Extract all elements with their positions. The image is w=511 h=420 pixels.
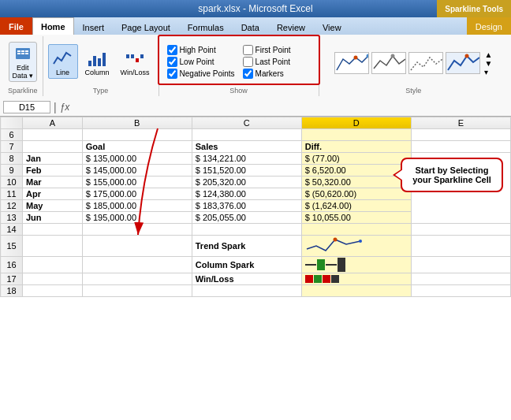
cell-a14[interactable]	[23, 224, 83, 236]
table-row: 17 Win/Loss	[1, 273, 511, 285]
cell-d18[interactable]	[301, 285, 411, 297]
tab-view[interactable]: View	[314, 19, 350, 35]
tab-home[interactable]: Home	[32, 17, 74, 35]
cell-a16[interactable]	[23, 257, 83, 273]
cell-a15[interactable]	[23, 236, 83, 257]
edit-data-button[interactable]: Edit Data ▾	[9, 42, 38, 82]
cell-b14[interactable]	[82, 224, 192, 236]
cell-e18[interactable]	[411, 285, 510, 297]
win-loss-button[interactable]: Win/Loss	[117, 44, 154, 79]
last-point-label[interactable]: Last Point	[243, 57, 311, 67]
cell-e6[interactable]	[411, 129, 510, 141]
line-button[interactable]: Line	[48, 44, 78, 79]
svg-rect-4	[21, 53, 24, 54]
tab-formulas[interactable]: Formulas	[179, 19, 233, 35]
markers-checkbox[interactable]	[243, 69, 253, 79]
first-point-label[interactable]: First Point	[243, 45, 311, 55]
cell-b13[interactable]: $ 195,000.00	[82, 212, 192, 224]
cell-d13[interactable]: $ 10,055.00	[301, 212, 411, 224]
cell-c18[interactable]	[192, 285, 301, 297]
formula-input[interactable]	[76, 102, 508, 112]
cell-d12[interactable]: $ (1,624.00)	[301, 200, 411, 212]
low-point-checkbox[interactable]	[167, 57, 177, 67]
low-point-label[interactable]: Low Point	[167, 57, 235, 67]
cell-a6[interactable]	[23, 129, 83, 141]
cell-b9[interactable]: $ 145,000.00	[82, 165, 192, 177]
cell-a9[interactable]: Feb	[23, 165, 83, 177]
cell-d8[interactable]: $ (77.00)	[301, 153, 411, 165]
cell-c14[interactable]	[192, 224, 301, 236]
cell-c15[interactable]: Trend Spark	[192, 236, 301, 257]
cell-b18[interactable]	[82, 285, 192, 297]
style-preview-4[interactable]	[446, 52, 480, 74]
cell-c6[interactable]	[192, 129, 301, 141]
cell-a13[interactable]: Jun	[23, 212, 83, 224]
col-header-d[interactable]: D	[301, 117, 411, 129]
high-point-label[interactable]: High Point	[167, 45, 235, 55]
cell-d15[interactable]	[301, 236, 411, 257]
cell-b17[interactable]	[82, 273, 192, 285]
cell-e15[interactable]	[411, 236, 510, 257]
cell-a10[interactable]: Mar	[23, 177, 83, 188]
markers-label[interactable]: Markers	[243, 69, 311, 79]
cell-a11[interactable]: Apr	[23, 188, 83, 200]
cell-c12[interactable]: $ 183,376.00	[192, 200, 301, 212]
style-scroll-more[interactable]: ▾	[484, 68, 492, 76]
cell-d6[interactable]	[301, 129, 411, 141]
first-point-checkbox[interactable]	[243, 45, 253, 55]
style-scroll[interactable]: ▲ ▼ ▾	[484, 50, 492, 76]
cell-c10[interactable]: $ 205,320.00	[192, 177, 301, 188]
cell-b11[interactable]: $ 175,000.00	[82, 188, 192, 200]
col-header-b[interactable]: B	[82, 117, 192, 129]
cell-c11[interactable]: $ 124,380.00	[192, 188, 301, 200]
cell-d14[interactable]	[301, 224, 411, 236]
tab-design[interactable]: Design	[467, 17, 511, 35]
cell-b15[interactable]	[82, 236, 192, 257]
cell-b12[interactable]: $ 185,000.00	[82, 200, 192, 212]
cell-a17[interactable]	[23, 273, 83, 285]
cell-e16[interactable]	[411, 257, 510, 273]
tab-data[interactable]: Data	[233, 19, 268, 35]
col-header-c[interactable]: C	[192, 117, 301, 129]
high-point-checkbox[interactable]	[167, 45, 177, 55]
cell-c16[interactable]: Column Spark	[192, 257, 301, 273]
negative-points-label[interactable]: Negative Points	[167, 69, 235, 79]
col-header-e[interactable]: E	[411, 117, 510, 129]
cell-a18[interactable]	[23, 285, 83, 297]
column-button[interactable]: Column	[81, 44, 114, 79]
cell-c17[interactable]: Win/Loss	[192, 273, 301, 285]
cell-b7[interactable]: Goal	[82, 141, 192, 153]
cell-a12[interactable]: May	[23, 200, 83, 212]
tab-insert[interactable]: Insert	[74, 19, 114, 35]
cell-e7[interactable]	[411, 141, 510, 153]
negative-points-checkbox[interactable]	[167, 69, 177, 79]
cell-b16[interactable]	[82, 257, 192, 273]
cell-c7[interactable]: Sales	[192, 141, 301, 153]
style-preview-2[interactable]	[371, 52, 406, 74]
table-row: 14	[1, 224, 511, 236]
cell-b6[interactable]	[82, 129, 192, 141]
cell-d16[interactable]	[301, 257, 411, 273]
cell-d17[interactable]	[301, 273, 411, 285]
style-scroll-down[interactable]: ▼	[484, 59, 492, 68]
cell-d7[interactable]: Diff.	[301, 141, 411, 153]
cell-e17[interactable]	[411, 273, 510, 285]
last-point-checkbox[interactable]	[243, 57, 253, 67]
cell-b10[interactable]: $ 155,000.00	[82, 177, 192, 188]
tab-file[interactable]: File	[0, 17, 32, 35]
name-box[interactable]	[3, 101, 50, 113]
style-scroll-up[interactable]: ▲	[484, 50, 492, 59]
cell-b8[interactable]: $ 135,000.00	[82, 153, 192, 165]
style-preview-1[interactable]	[334, 52, 369, 74]
cell-a8[interactable]: Jan	[23, 153, 83, 165]
style-preview-3[interactable]	[408, 52, 443, 74]
cell-a7[interactable]	[23, 141, 83, 153]
cell-c13[interactable]: $ 205,055.00	[192, 212, 301, 224]
col-header-a[interactable]: A	[23, 117, 83, 129]
cell-c8[interactable]: $ 134,221.00	[192, 153, 301, 165]
tab-review[interactable]: Review	[268, 19, 314, 35]
cell-e14[interactable]	[411, 224, 510, 236]
cell-c9[interactable]: $ 151,520.00	[192, 165, 301, 177]
tab-page-layout[interactable]: Page Layout	[113, 19, 179, 35]
cell-d11[interactable]: $ (50,620.00)	[301, 188, 411, 200]
